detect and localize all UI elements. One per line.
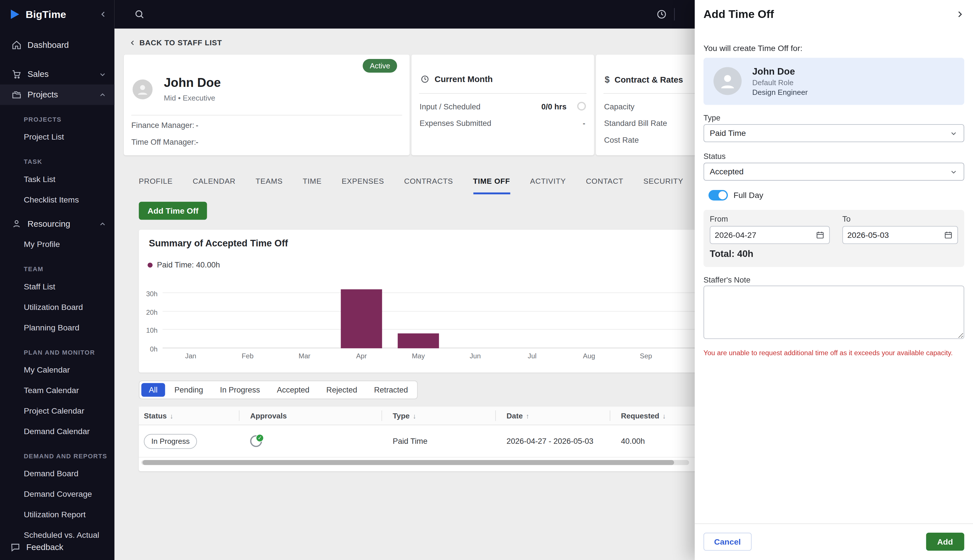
sidebar-item-utilization-report[interactable]: Utilization Report xyxy=(0,504,115,525)
x-axis-label-feb: Feb xyxy=(229,352,267,360)
bar-may xyxy=(398,333,439,348)
panel-footer: Cancel Add xyxy=(695,523,973,560)
tab-calendar[interactable]: CALENDAR xyxy=(193,170,236,194)
clock-icon[interactable] xyxy=(656,9,667,20)
sidebar-item-team-calendar[interactable]: Team Calendar xyxy=(0,380,115,400)
filter-pill-accepted[interactable]: Accepted xyxy=(270,383,317,397)
sidebar-item-staff-list[interactable]: Staff List xyxy=(0,276,115,297)
sidebar-item-demand-coverage[interactable]: Demand Coverage xyxy=(0,484,115,504)
back-to-staff-list-link[interactable]: BACK TO STAFF LIST xyxy=(128,38,222,47)
sidebar-item-sales[interactable]: Sales xyxy=(0,64,115,84)
horizontal-scrollbar[interactable] xyxy=(141,460,689,465)
input-scheduled-label: Input / Scheduled xyxy=(420,103,480,112)
sidebar-item-task-list[interactable]: Task List xyxy=(0,169,115,189)
home-icon xyxy=(12,40,22,50)
status-badge: Active xyxy=(363,59,397,73)
staff-detail-tabs: PROFILECALENDARTEAMSTIMEEXPENSESCONTRACT… xyxy=(139,170,683,194)
input-scheduled-value: 0/0 hrs xyxy=(541,103,567,112)
add-button[interactable]: Add xyxy=(926,533,965,551)
bigtime-logo-icon xyxy=(9,8,22,20)
panel-close-button[interactable] xyxy=(954,9,966,20)
sidebar-item-dashboard[interactable]: Dashboard xyxy=(0,35,115,55)
chevron-left-icon xyxy=(128,38,137,47)
summary-title: Summary of Accepted Time Off xyxy=(149,238,288,248)
filter-pill-rejected[interactable]: Rejected xyxy=(319,383,365,397)
sort-down-icon: ↓ xyxy=(170,412,173,419)
full-day-toggle[interactable] xyxy=(708,190,728,200)
x-axis-label-may: May xyxy=(400,352,437,360)
filter-pill-pending[interactable]: Pending xyxy=(167,383,210,397)
type-label: Type xyxy=(703,113,721,122)
filter-pill-retracted[interactable]: Retracted xyxy=(367,383,416,397)
y-axis-label: 0h xyxy=(139,345,158,353)
x-axis-label-jul: Jul xyxy=(513,352,551,360)
sidebar-item-my-calendar[interactable]: My Calendar xyxy=(0,360,115,380)
tab-activity[interactable]: ACTIVITY xyxy=(530,170,566,194)
column-header-requested[interactable]: Requested↓ xyxy=(621,407,666,425)
sidebar-section-projects: PROJECTS xyxy=(0,105,115,127)
column-header-status[interactable]: Status↓ xyxy=(144,407,173,425)
tab-contracts[interactable]: CONTRACTS xyxy=(404,170,453,194)
sidebar-item-label: Projects xyxy=(28,90,58,99)
tab-time[interactable]: TIME xyxy=(303,170,322,194)
sidebar-collapse-button[interactable] xyxy=(98,9,108,19)
finance-manager-label: Finance Manager: xyxy=(131,121,194,130)
y-axis-label: 10h xyxy=(139,327,158,334)
sidebar-item-my-profile[interactable]: My Profile xyxy=(0,234,115,255)
type-select[interactable]: Paid Time xyxy=(703,124,964,142)
tab-security[interactable]: SECURITY xyxy=(643,170,683,194)
scrollbar-thumb[interactable] xyxy=(143,460,674,465)
person-role: Default Role xyxy=(752,78,793,87)
x-axis-label-sep: Sep xyxy=(627,352,665,360)
tab-time-off[interactable]: TIME OFF xyxy=(473,170,510,194)
to-date-input[interactable]: 2026-05-03 xyxy=(842,226,958,244)
toggle-knob xyxy=(718,191,726,199)
app-title: BigTime xyxy=(26,8,98,20)
sidebar: BigTime DashboardSalesProjectsPROJECTSPr… xyxy=(0,0,115,560)
timeoff-manager-label: Time Off Manager: xyxy=(131,138,196,147)
tab-teams[interactable]: TEAMS xyxy=(255,170,283,194)
date-range-box: From 2026-04-27 To 2026-05-03 Total: 40h xyxy=(703,210,964,267)
tab-profile[interactable]: PROFILE xyxy=(139,170,173,194)
chevron-up-icon xyxy=(98,219,107,228)
sidebar-item-demand-calendar[interactable]: Demand Calendar xyxy=(0,421,115,442)
sidebar-item-project-calendar[interactable]: Project Calendar xyxy=(0,400,115,421)
add-time-off-button[interactable]: Add Time Off xyxy=(139,202,207,220)
timeoff-manager-value: - xyxy=(196,138,198,147)
bigtime-app: BigTime DashboardSalesProjectsPROJECTSPr… xyxy=(0,0,973,560)
calendar-icon[interactable] xyxy=(944,230,953,240)
expenses-label: Expenses Submitted xyxy=(420,119,491,128)
sidebar-item-checklist-items[interactable]: Checklist Items xyxy=(0,189,115,210)
status-select[interactable]: Accepted xyxy=(703,163,964,181)
filter-pill-in-progress[interactable]: In Progress xyxy=(213,383,267,397)
calendar-icon[interactable] xyxy=(815,230,825,240)
staffers-note-textarea[interactable] xyxy=(703,286,964,339)
sidebar-item-label: Resourcing xyxy=(28,219,70,228)
tab-contact[interactable]: CONTACT xyxy=(586,170,623,194)
column-header-date[interactable]: Date↑ xyxy=(506,407,529,425)
column-separator xyxy=(495,410,496,421)
search-icon[interactable] xyxy=(134,9,145,20)
sidebar-item-project-list[interactable]: Project List xyxy=(0,127,115,147)
chevron-down-icon xyxy=(98,70,107,78)
column-header-approvals[interactable]: Approvals xyxy=(250,407,287,425)
from-date-input[interactable]: 2026-04-27 xyxy=(710,226,830,244)
sidebar-item-demand-board[interactable]: Demand Board xyxy=(0,463,115,484)
from-label: From xyxy=(710,215,728,223)
person-avatar xyxy=(713,67,742,95)
sort-up-icon: ↑ xyxy=(526,412,529,419)
sidebar-item-resourcing[interactable]: Resourcing xyxy=(0,213,115,234)
feedback-button[interactable]: Feedback xyxy=(10,542,63,553)
staff-summary-card: John Doe Mid • Executive Active Finance … xyxy=(124,55,410,155)
selected-person-card: John Doe Default Role Design Engineer xyxy=(703,58,964,105)
sidebar-item-projects[interactable]: Projects xyxy=(0,84,115,105)
cost-rate-label: Cost Rate xyxy=(604,136,639,145)
filter-pill-all[interactable]: All xyxy=(141,383,165,397)
legend-dot xyxy=(148,263,153,267)
cancel-button[interactable]: Cancel xyxy=(703,533,751,551)
column-header-type[interactable]: Type↓ xyxy=(393,407,417,425)
sidebar-section-demand-and-reports: DEMAND AND REPORTS xyxy=(0,442,115,463)
sidebar-item-utilization-board[interactable]: Utilization Board xyxy=(0,297,115,317)
tab-expenses[interactable]: EXPENSES xyxy=(342,170,384,194)
sidebar-item-planning-board[interactable]: Planning Board xyxy=(0,317,115,338)
